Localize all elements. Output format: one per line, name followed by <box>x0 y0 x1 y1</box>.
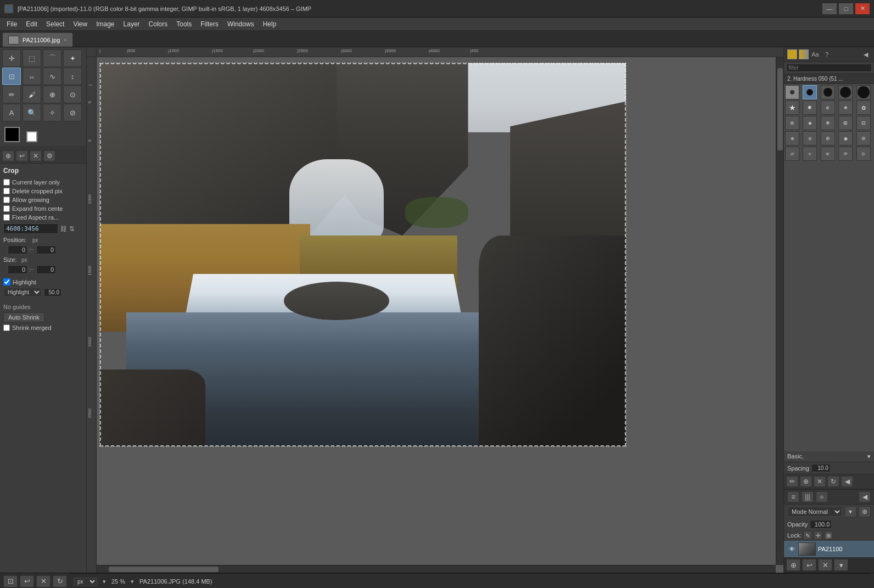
position-y-input[interactable] <box>36 245 56 254</box>
auto-shrink-button[interactable]: Auto Shrink <box>3 312 44 322</box>
brush-item[interactable]: ◉ <box>838 131 853 145</box>
tool-clone[interactable]: ⊙ <box>63 86 82 103</box>
brush-item[interactable]: ⟡ <box>803 147 817 161</box>
menu-help[interactable]: Help <box>259 19 281 29</box>
layer-visibility-icon[interactable]: 👁 <box>787 545 796 553</box>
tool-pencil[interactable]: ✏ <box>2 86 21 103</box>
tool-paintbrush[interactable]: 🖌 <box>23 86 41 103</box>
brush-item[interactable]: ⊘ <box>803 131 817 145</box>
tool-rect-select[interactable]: ⬚ <box>23 49 41 67</box>
brush-item[interactable]: ✿ <box>856 100 871 115</box>
lock-pixels-icon[interactable]: ✎ <box>803 531 812 540</box>
layers-tab-icon[interactable]: ≡ <box>787 491 799 502</box>
brush-item[interactable]: ⊜ <box>856 131 871 145</box>
panel-icon-gradient[interactable] <box>799 49 809 59</box>
current-layer-only-checkbox[interactable] <box>3 179 10 186</box>
brush-duplicate-icon[interactable]: ⊕ <box>800 476 812 487</box>
spacing-input[interactable] <box>811 464 831 472</box>
brush-item[interactable]: ✱ <box>803 100 817 115</box>
brush-item[interactable]: /// <box>785 147 799 161</box>
cancel-icon[interactable]: ✕ <box>36 575 51 587</box>
layer-move-down-icon[interactable]: ▾ <box>834 559 848 571</box>
tool-preset-load[interactable]: ↩ <box>16 150 28 161</box>
canvas-tab-active[interactable]: PA211006.jpg × <box>2 32 73 47</box>
tool-warp[interactable]: ∿ <box>43 68 61 85</box>
tool-move[interactable]: ✛ <box>2 49 21 67</box>
brush-filter-input[interactable] <box>786 64 872 72</box>
menu-file[interactable]: File <box>2 19 21 29</box>
undo-icon[interactable]: ↩ <box>20 575 34 587</box>
foreground-color[interactable] <box>4 127 20 142</box>
channels-tab-icon[interactable]: ||| <box>802 491 814 502</box>
lock-position-icon[interactable]: ✛ <box>814 531 822 540</box>
layer-legacy-icon[interactable]: ⊕ <box>859 506 871 517</box>
brush-item[interactable]: ❄ <box>821 116 835 130</box>
brush-item[interactable]: ❋ <box>838 100 853 115</box>
highlight-checkbox[interactable] <box>3 278 10 285</box>
brush-item[interactable]: ★ <box>785 100 799 115</box>
panel-collapse-icon[interactable]: ◀ <box>861 49 871 59</box>
expand-center-checkbox[interactable] <box>3 205 10 212</box>
menu-tools[interactable]: Tools <box>172 19 196 29</box>
layer-mode-dropdown[interactable]: ▾ <box>844 506 856 517</box>
tab-close-icon[interactable]: × <box>63 36 67 44</box>
category-dropdown-icon[interactable]: ▾ <box>867 453 871 460</box>
tool-crop[interactable]: ⊡ <box>2 68 21 85</box>
layer-mode-select[interactable]: Mode Normal <box>787 507 842 517</box>
horizontal-scrollbar-thumb[interactable] <box>109 567 218 572</box>
menu-windows[interactable]: Windows <box>223 19 259 29</box>
tool-text[interactable]: A <box>2 104 21 121</box>
brush-item[interactable] <box>785 85 799 99</box>
panel-icon-help[interactable]: ? <box>822 49 832 59</box>
brush-refresh-icon[interactable]: ↻ <box>827 476 839 487</box>
layer-item[interactable]: 👁 PA21100 <box>784 541 874 557</box>
layer-undo-icon[interactable]: ↩ <box>802 559 816 571</box>
menu-colors[interactable]: Colors <box>144 19 172 29</box>
brush-item[interactable]: ⊛ <box>821 131 835 145</box>
brush-item[interactable]: ≋ <box>821 147 835 161</box>
brush-item[interactable] <box>803 85 817 99</box>
brush-item[interactable]: ⊚ <box>785 116 799 130</box>
layer-add-icon[interactable]: ⊕ <box>786 559 800 571</box>
brush-item[interactable] <box>838 85 853 99</box>
brush-item[interactable]: ⊟ <box>856 116 871 130</box>
delete-cropped-checkbox[interactable] <box>3 188 10 194</box>
layer-delete-icon[interactable]: ✕ <box>818 559 832 571</box>
brush-item[interactable]: ◈ <box>803 116 817 130</box>
vertical-scrollbar-thumb[interactable] <box>777 68 783 150</box>
tool-heal[interactable]: ⊕ <box>43 86 61 103</box>
opacity-input[interactable] <box>810 520 832 529</box>
menu-view[interactable]: View <box>69 19 92 29</box>
menu-image[interactable]: Image <box>92 19 119 29</box>
tool-preset-delete[interactable]: ✕ <box>30 150 42 161</box>
highlight-type-select[interactable]: Highlight o... <box>3 288 42 297</box>
tool-paths[interactable]: ⟡ <box>43 104 61 121</box>
menu-filters[interactable]: Filters <box>196 19 223 29</box>
maximize-button[interactable]: □ <box>839 3 853 14</box>
background-color[interactable] <box>26 131 37 142</box>
zoom-fit-icon[interactable]: ⊡ <box>3 575 18 587</box>
panel-icon-font[interactable]: Aa <box>810 49 820 59</box>
brush-item[interactable]: ⊗ <box>785 131 799 145</box>
size-h-input[interactable] <box>36 265 56 274</box>
tool-preset-config[interactable]: ⚙ <box>43 150 55 161</box>
fixed-aspect-checkbox[interactable] <box>3 214 10 221</box>
brush-menu-icon[interactable]: ◀ <box>841 476 853 487</box>
canvas-area[interactable]: | |500 |1000 |1500 |2000 |2500 |3000 |35… <box>87 47 783 573</box>
tool-zoom[interactable]: 🔍 <box>23 104 41 121</box>
unit-select[interactable]: px mm in <box>74 578 97 586</box>
menu-layer[interactable]: Layer <box>119 19 144 29</box>
brush-delete-icon[interactable]: ✕ <box>814 476 826 487</box>
tool-color-picker[interactable]: ⊘ <box>63 104 82 121</box>
zoom-dropdown[interactable]: ▾ <box>131 578 134 585</box>
shrink-merged-checkbox[interactable] <box>3 324 10 331</box>
highlight-opacity-input[interactable] <box>44 288 61 296</box>
lock-alpha-icon[interactable]: ⊞ <box>824 531 833 540</box>
tool-flip[interactable]: ↕ <box>63 68 82 85</box>
menu-select[interactable]: Select <box>42 19 69 29</box>
close-button[interactable]: ✕ <box>855 3 870 14</box>
minimize-button[interactable]: — <box>822 3 837 14</box>
paths-tab-icon[interactable]: ⟡ <box>816 491 828 502</box>
brush-item[interactable] <box>856 85 871 99</box>
apply-icon[interactable]: ↻ <box>53 575 67 587</box>
